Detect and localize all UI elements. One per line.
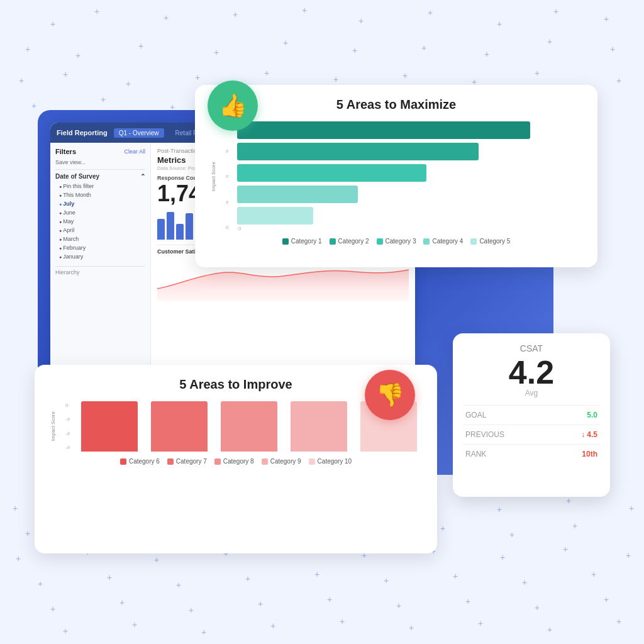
maximize-y-axis-label: Impact Score xyxy=(211,162,216,191)
maximize-bar xyxy=(237,164,426,182)
legend-dot xyxy=(330,238,336,245)
mini-bar-item xyxy=(176,224,184,240)
improve-legend-item: Category 8 xyxy=(214,458,254,465)
improve-bar xyxy=(81,401,138,452)
legend-label: Category 3 xyxy=(386,238,416,245)
month-may[interactable]: May xyxy=(55,217,145,226)
legend-label: Category 4 xyxy=(432,238,463,245)
legend-dot xyxy=(377,238,383,245)
csat-previous-value: ↓ 4.5 xyxy=(581,430,597,439)
improve-bar xyxy=(151,401,208,452)
improve-y-axis-label: Impact Score xyxy=(50,411,56,441)
improve-legend-label: Category 9 xyxy=(270,458,301,465)
month-february[interactable]: February xyxy=(55,243,145,252)
improve-legend-label: Category 6 xyxy=(129,458,160,465)
csat-avg-label: Avg xyxy=(463,389,600,397)
legend-item: Category 1 xyxy=(282,238,322,245)
month-april[interactable]: April xyxy=(55,226,145,235)
csat-previous-label: PREVIOUS xyxy=(465,430,504,439)
legend-dot xyxy=(423,238,430,245)
improve-legend-dot xyxy=(309,458,315,465)
mini-bar-item xyxy=(167,212,174,240)
thumbs-up-icon: 👍 xyxy=(208,80,258,131)
csat-goal-label: GOAL xyxy=(465,411,486,419)
pin-filter[interactable]: Pin this filter xyxy=(55,182,145,191)
maximize-legend: Category 1Category 2Category 3Category 4… xyxy=(211,238,582,245)
dashboard-title: Field Reporting xyxy=(57,129,108,136)
improve-legend-dot xyxy=(214,458,221,465)
legend-item: Category 5 xyxy=(470,238,510,245)
improve-legend-item: Category 9 xyxy=(262,458,301,465)
improve-legend-dot xyxy=(167,458,174,465)
filters-title: Filters xyxy=(55,148,76,155)
filter-label: Date of Survey ⌃ xyxy=(55,173,145,180)
improve-legend-label: Category 10 xyxy=(318,458,352,465)
dashboard-sidebar: Filters Clear All Save view... Date of S… xyxy=(50,143,151,393)
legend-item: Category 3 xyxy=(377,238,416,245)
maximize-bar xyxy=(237,143,479,160)
maximize-title: 5 Areas to Maximize xyxy=(211,97,582,112)
improve-legend-label: Category 8 xyxy=(223,458,254,465)
maximize-bars-area: 0 xyxy=(237,121,582,231)
improve-legend-dot xyxy=(262,458,268,465)
improve-legend: Category 6Category 7Category 8Category 9… xyxy=(50,458,421,465)
csat-score-value: 4.2 xyxy=(463,356,600,389)
legend-dot xyxy=(470,238,477,245)
improve-bar xyxy=(221,401,277,452)
mini-bar-item xyxy=(186,213,193,240)
month-june[interactable]: June xyxy=(55,208,145,217)
date-filter-section: Date of Survey ⌃ Pin this filter This Mo… xyxy=(55,169,145,261)
csat-goal-value: 5.0 xyxy=(587,411,597,419)
improve-legend-dot xyxy=(120,458,126,465)
csat-card-title: CSAT xyxy=(463,343,600,353)
improve-legend-item: Category 7 xyxy=(167,458,207,465)
csat-score-card: CSAT 4.2 Avg GOAL 5.0 PREVIOUS ↓ 4.5 RAN… xyxy=(453,333,610,497)
improve-legend-item: Category 6 xyxy=(120,458,160,465)
improve-bar xyxy=(291,401,347,452)
thumbs-down-icon: 👎 xyxy=(365,370,415,420)
legend-label: Category 5 xyxy=(479,238,510,245)
save-view-button[interactable]: Save view... xyxy=(55,159,145,165)
dashboard-tab-q1[interactable]: Q1 - Overview xyxy=(114,128,164,138)
legend-label: Category 2 xyxy=(338,238,369,245)
improve-legend-item: Category 10 xyxy=(309,458,352,465)
month-july[interactable]: July xyxy=(55,199,145,208)
mini-bar-item xyxy=(157,219,165,240)
maximize-bar xyxy=(237,121,530,139)
csat-stats-table: GOAL 5.0 PREVIOUS ↓ 4.5 RANK 10th xyxy=(463,405,600,464)
maximize-bar xyxy=(237,186,358,203)
legend-item: Category 2 xyxy=(330,238,369,245)
legend-item: Category 4 xyxy=(423,238,463,245)
improve-legend-label: Category 7 xyxy=(176,458,207,465)
csat-rank-value: 10th xyxy=(582,450,597,458)
csat-rank-label: RANK xyxy=(465,450,486,458)
maximize-bar xyxy=(237,207,313,225)
legend-dot xyxy=(282,238,289,245)
legend-label: Category 1 xyxy=(291,238,322,245)
hierarchy-label: Hierarchy xyxy=(55,266,145,275)
month-this[interactable]: This Month xyxy=(55,191,145,199)
month-january[interactable]: January xyxy=(55,252,145,261)
month-march[interactable]: March xyxy=(55,235,145,243)
clear-all-button[interactable]: Clear All xyxy=(124,148,145,155)
